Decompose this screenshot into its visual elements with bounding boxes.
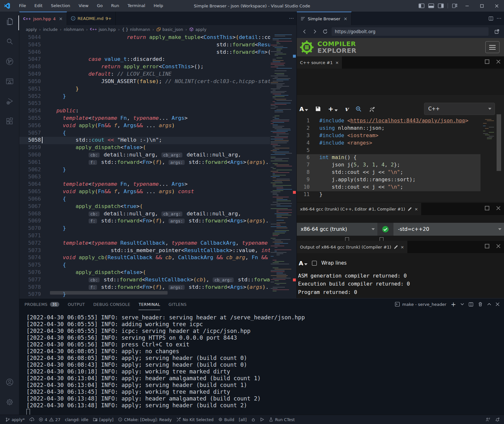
notifications-bell-icon[interactable]: [493, 417, 502, 422]
code-line[interactable]: 4#include <ranges>: [297, 140, 480, 147]
breadcrumb-item[interactable]: json.hpp: [99, 27, 116, 32]
compiler-options-input[interactable]: -std=c++20: [393, 223, 504, 236]
code-line[interactable]: 5047 case value_t::discarded:: [19, 56, 270, 63]
maximize-pane-icon[interactable]: [485, 244, 489, 249]
close-window-button[interactable]: [489, 0, 504, 12]
code-line[interactable]: 5048 return apply_error<ConstThis>();: [19, 63, 270, 71]
code-line[interactable]: 5074 void apply_cb(ResultCallback && cb,…: [19, 254, 270, 262]
toggle-panel-icon[interactable]: [426, 0, 436, 12]
problems-item[interactable]: 4 27: [36, 417, 63, 422]
font-size-button[interactable]: A: [299, 106, 308, 112]
code-line[interactable]: 2using nlohmann::json;: [297, 125, 480, 132]
code-line[interactable]: 5076 apply_dispatch<false>(: [19, 269, 270, 277]
code-line[interactable]: 5070 }: [19, 225, 270, 232]
launch-target-icon[interactable]: [258, 417, 267, 422]
add-pane-button[interactable]: +: [328, 105, 338, 113]
code-line[interactable]: 5046 std::forward<Fn>(f)...);: [19, 49, 270, 56]
code-line[interactable]: 5068 cb: detail::null_arg, cb_arg: detai…: [19, 211, 270, 218]
more-actions-icon[interactable]: ···: [289, 15, 294, 22]
forward-icon[interactable]: [310, 26, 320, 37]
url-input[interactable]: https://godbolt.org: [332, 27, 489, 36]
terminal-output[interactable]: [2022-04-30 06:05:55] INFO: serve_header…: [19, 310, 504, 415]
cmake-status-item[interactable]: CMake: [Debug]: Ready: [116, 417, 174, 422]
toggle-sidebar-icon[interactable]: [417, 0, 426, 12]
compile-status-button[interactable]: [377, 223, 393, 236]
toggle-secondary-sidebar-icon[interactable]: [436, 0, 446, 12]
split-terminal-icon[interactable]: [469, 302, 473, 307]
code-line[interactable]: 5078 f: std::forward<Fn>(f), args: std::…: [19, 284, 270, 291]
tab-debug-console[interactable]: DEBUG CONSOLE: [93, 298, 131, 310]
code-line[interactable]: 5071: [19, 232, 270, 240]
rename-pane-icon[interactable]: [408, 207, 412, 211]
tab-json-hpp[interactable]: C++ json.hpp 4 ×: [19, 12, 67, 25]
code-line[interactable]: 9 j.apply(std::ranges::sort);: [297, 176, 480, 184]
close-pane-icon[interactable]: [496, 206, 501, 211]
menu-file[interactable]: File: [15, 0, 30, 12]
close-panel-icon[interactable]: [496, 302, 499, 306]
build-target-item[interactable]: [all]: [237, 417, 249, 422]
ce-source-tab[interactable]: C++ source #1 ×: [297, 56, 342, 69]
breadcrumb-item[interactable]: nlohmann: [64, 27, 84, 32]
code-line[interactable]: 5073 std::is_member_pointer<ResultCallba…: [19, 247, 270, 255]
tab-problems[interactable]: PROBLEMS31: [24, 298, 59, 310]
code-line[interactable]: 5061 f: std::forward<Fn>(f), args: std::…: [19, 159, 270, 166]
settings-gear-icon[interactable]: [0, 392, 19, 412]
rename-pane-icon[interactable]: [394, 245, 398, 249]
terminal-instance[interactable]: make - serve_header: [395, 302, 446, 307]
sync-changes-item[interactable]: [27, 417, 36, 422]
source-control-icon[interactable]: [0, 52, 19, 71]
code-line[interactable]: 5: [297, 147, 480, 155]
code-line[interactable]: 5066 {: [19, 196, 270, 203]
open-external-icon[interactable]: [492, 26, 502, 37]
breadcrumb-item[interactable]: nlohmann: [130, 27, 150, 32]
code-line[interactable]: 5063: [19, 174, 270, 181]
close-icon[interactable]: ×: [414, 207, 418, 212]
code-line[interactable]: 5050 JSON_ASSERT(false); // NOLINT(cert-…: [19, 78, 270, 86]
close-tab-icon[interactable]: ×: [59, 16, 63, 21]
code-line[interactable]: 5056 void apply(Fn&& f, Args&& ... args): [19, 122, 270, 130]
code-line[interactable]: 5053: [19, 100, 270, 108]
code-line[interactable]: 5069 f: std::forward<Fn>(f), args: std::…: [19, 218, 270, 225]
save-icon[interactable]: [315, 106, 321, 112]
maximize-pane-icon[interactable]: [485, 206, 489, 211]
debug-target-icon[interactable]: [249, 417, 258, 422]
run-ctest-item[interactable]: Run CTest: [267, 417, 297, 422]
code-line[interactable]: 8 std::cout << j << "\n";: [297, 169, 480, 176]
breadcrumb-item[interactable]: apply: [195, 27, 206, 32]
code-line[interactable]: 5052 }: [19, 93, 270, 100]
cmake-build-item[interactable]: Build: [216, 417, 237, 422]
close-icon[interactable]: ×: [401, 245, 404, 250]
menu-edit[interactable]: Edit: [30, 0, 47, 12]
tab-simple-browser[interactable]: Simple Browser ×: [297, 12, 352, 25]
ce-compiler-tab[interactable]: x86-64 gcc (trunk) (C++, Editor #1, Comp…: [297, 203, 421, 215]
horizontal-scrollbar[interactable]: [50, 291, 168, 295]
new-terminal-icon[interactable]: +: [451, 301, 456, 308]
git-branch-item[interactable]: apply*: [3, 417, 27, 422]
code-line[interactable]: 5045 std::forward<ResultCallback>(cb),: [19, 42, 270, 49]
code-line[interactable]: 5057 {: [19, 130, 270, 137]
menu-go[interactable]: Go: [93, 0, 107, 12]
feedback-icon[interactable]: [483, 417, 493, 422]
code-line[interactable]: 5064 template<typename Fn, typename... A…: [19, 181, 270, 188]
code-line[interactable]: 5060 cb: detail::null_arg, cb_arg: detai…: [19, 152, 270, 159]
code-line[interactable]: 5054 public:: [19, 108, 270, 115]
project-item[interactable]: [apply]: [91, 417, 116, 422]
tab-output[interactable]: OUTPUT: [68, 298, 85, 310]
code-line[interactable]: 7 json j{5, 3, 1, 4, 2};: [297, 162, 480, 169]
wrap-lines-checkbox[interactable]: [312, 261, 317, 266]
code-line[interactable]: 11}: [297, 191, 480, 199]
ce-minimap[interactable]: [482, 118, 494, 139]
cmake-view-icon[interactable]: [0, 71, 19, 91]
terminal-dropdown-icon[interactable]: [460, 303, 464, 306]
code-line[interactable]: 5044 return apply_make_tuple<ConstThis>(…: [19, 34, 270, 42]
explorer-icon[interactable]: [0, 12, 19, 32]
code-line[interactable]: 5058 std::cout << "Hello :-)\n";: [19, 137, 270, 144]
ce-scrollbar[interactable]: [497, 114, 501, 171]
account-icon[interactable]: [0, 372, 19, 392]
run-debug-icon[interactable]: [0, 91, 19, 111]
ce-menu-icon[interactable]: [485, 41, 499, 53]
language-select[interactable]: C++: [424, 103, 495, 115]
minimize-button[interactable]: [460, 0, 474, 12]
output-font-size-button[interactable]: A: [299, 260, 307, 267]
reload-icon[interactable]: [320, 26, 330, 37]
